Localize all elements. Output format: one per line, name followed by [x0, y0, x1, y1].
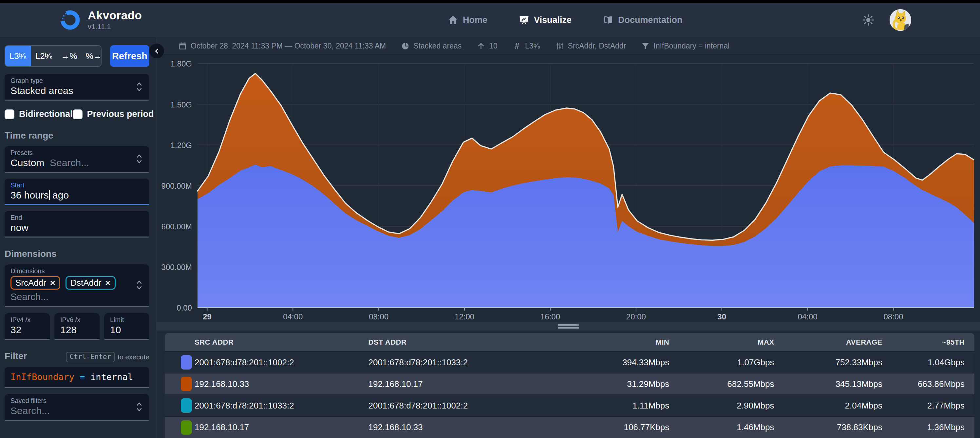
chevron-up-down-icon	[135, 153, 143, 164]
column-header[interactable]: ~95TH	[883, 333, 974, 352]
avg-cell: 2.04Mbps	[774, 395, 882, 416]
unit-option-2[interactable]: →%	[57, 46, 81, 66]
y-axis-label: 900.00M	[159, 182, 192, 191]
adjustments-icon	[555, 41, 564, 51]
refresh-button[interactable]: Refresh	[110, 45, 150, 67]
table-row[interactable]: 192.168.10.17 192.168.10.33 106.77Kbps 1…	[165, 416, 974, 438]
stacked-area-chart[interactable]	[197, 64, 974, 312]
nav-item-home[interactable]: Home	[448, 15, 487, 25]
checkbox-previous-period[interactable]: Previous period	[73, 109, 154, 119]
summary-item-2: 10	[477, 41, 498, 51]
remove-chip-icon[interactable]: ×	[50, 279, 56, 288]
filter-operator: =	[80, 372, 85, 382]
summary-item-1: Stacked areas	[401, 41, 461, 51]
dst-addr-cell: 192.168.10.17	[368, 373, 551, 395]
top-strip	[0, 0, 980, 3]
chevron-up-down-icon	[135, 401, 143, 413]
calendar-icon	[178, 41, 187, 51]
ipv4-prefix-field[interactable]: IPv4 /x 32	[5, 313, 50, 340]
y-axis-label: 0.00	[159, 303, 192, 312]
start-label: Start	[11, 182, 143, 189]
column-header[interactable]: MIN	[552, 333, 670, 352]
chevron-left-icon	[153, 48, 161, 55]
remove-chip-icon[interactable]: ×	[105, 279, 110, 288]
end-value: now	[11, 222, 143, 233]
x-axis-label: 08:00	[369, 312, 388, 322]
ipv6-prefix-field[interactable]: IPv6 /x 128	[54, 313, 100, 340]
table-row[interactable]: 2001:678:d78:201::1002:2 2001:678:d78:20…	[165, 352, 974, 373]
dst-addr-cell: 2001:678:d78:201::1033:2	[368, 352, 551, 373]
min-cell: 394.33Mbps	[552, 352, 670, 373]
time-range-heading: Time range	[5, 131, 150, 141]
dimensions-heading: Dimensions	[5, 248, 150, 259]
unit-option-1[interactable]: L2ᵇ⁄ₛ	[31, 46, 57, 66]
unit-option-0[interactable]: L3ᵇ⁄ₛ	[5, 46, 31, 66]
ipv4-label: IPv4 /x	[11, 316, 44, 324]
avg-cell: 752.33Mbps	[774, 352, 882, 373]
presets-select[interactable]: Presets Custom Search...	[5, 146, 150, 173]
ipv6-value: 128	[60, 324, 94, 336]
grip-icon	[558, 324, 579, 328]
book-open-icon	[603, 15, 614, 25]
filter-field: InIfBoundary	[11, 372, 74, 382]
app-title: Akvorado	[88, 9, 142, 22]
y-axis-label: 300.00M	[159, 263, 192, 272]
unit-toggle: L3ᵇ⁄ₛL2ᵇ⁄ₛ→%%→ᵖ⁄ₛ	[5, 45, 102, 67]
ipv4-value: 32	[11, 324, 44, 336]
user-avatar[interactable]	[889, 9, 911, 31]
y-axis-label: 600.00M	[159, 222, 192, 231]
summary-item-3: #L3ᵇ⁄ₛ	[512, 41, 541, 51]
limit-field[interactable]: Limit 10	[104, 313, 150, 340]
checkbox-box[interactable]	[73, 110, 83, 119]
filter-expression-editor[interactable]: InIfBoundary = internal	[5, 367, 150, 388]
series-color-swatch	[181, 355, 192, 370]
query-summary-bar: October 28, 2024 11:33 PM — October 30, …	[157, 37, 980, 55]
chart-resize-handle[interactable]	[157, 322, 980, 331]
column-header[interactable]: SRC ADDR	[194, 333, 368, 352]
table-row[interactable]: 2001:678:d78:201::1033:2 2001:678:d78:20…	[165, 395, 974, 416]
checkbox-box[interactable]	[5, 110, 14, 119]
table-header-row: SRC ADDRDST ADDRMINMAXAVERAGE~95TH	[165, 333, 974, 352]
max-cell: 682.55Mbps	[670, 373, 774, 395]
series-color-swatch	[181, 398, 192, 413]
dimension-chip-dstaddr[interactable]: DstAddr×	[65, 276, 115, 290]
table-row[interactable]: 192.168.10.33 192.168.10.17 31.29Mbps 68…	[165, 373, 974, 395]
start-time-field[interactable]: Start 36 hours ago	[5, 178, 150, 205]
filter-heading: Filter	[5, 351, 27, 362]
saved-filters-select[interactable]: Saved filters Search...	[5, 394, 150, 420]
home-icon	[448, 15, 458, 25]
column-header[interactable]: DST ADDR	[368, 333, 551, 352]
graph-options: BidirectionalPrevious period	[5, 109, 150, 119]
traffic-chart[interactable]: 1.80G1.50G1.20G900.00M600.00M300.00M0.00…	[157, 55, 980, 321]
unit-option-3[interactable]: %→	[81, 46, 102, 66]
ipv6-label: IPv6 /x	[60, 316, 94, 324]
collapse-sidebar-button[interactable]	[150, 43, 164, 58]
presets-label: Presets	[11, 149, 143, 157]
content: L3ᵇ⁄ₛL2ᵇ⁄ₛ→%%→ᵖ⁄ₛ Refresh Graph type Sta…	[0, 37, 980, 438]
nav-item-visualize[interactable]: Visualize	[519, 15, 571, 25]
filter-value: internal	[91, 372, 133, 382]
end-label: End	[11, 214, 143, 221]
graph-type-select[interactable]: Graph type Stacked areas	[5, 74, 150, 100]
sun-icon[interactable]	[862, 14, 875, 26]
nav-item-documentation[interactable]: Documentation	[603, 15, 682, 25]
graph-type-label: Graph type	[11, 77, 143, 84]
filter-shortcut-hint: Ctrl-Enter to execute	[66, 352, 150, 362]
max-cell: 1.07Gbps	[670, 352, 774, 373]
akvorado-app: Akvorado v1.11.1 HomeVisualizeDocumentat…	[0, 0, 980, 438]
chart-pie-icon	[401, 41, 410, 51]
checkbox-bidirectional[interactable]: Bidirectional	[5, 109, 73, 119]
dst-addr-cell: 2001:678:d78:201::1002:2	[368, 395, 551, 416]
saved-filters-placeholder: Search...	[11, 405, 143, 416]
end-time-field[interactable]: End now	[5, 211, 150, 237]
limit-label: Limit	[110, 316, 143, 324]
series-color-swatch	[181, 377, 192, 391]
dimensions-label: Dimensions	[11, 267, 143, 275]
dimension-chip-srcaddr[interactable]: SrcAddr×	[11, 276, 60, 290]
column-header[interactable]: MAX	[670, 333, 774, 352]
src-addr-cell: 192.168.10.17	[194, 416, 368, 438]
column-header[interactable]: AVERAGE	[774, 333, 882, 352]
dimensions-select[interactable]: Dimensions SrcAddr×DstAddr× Search...	[5, 264, 150, 307]
x-axis-label: 12:00	[455, 312, 474, 322]
max-cell: 2.90Mbps	[670, 395, 774, 416]
